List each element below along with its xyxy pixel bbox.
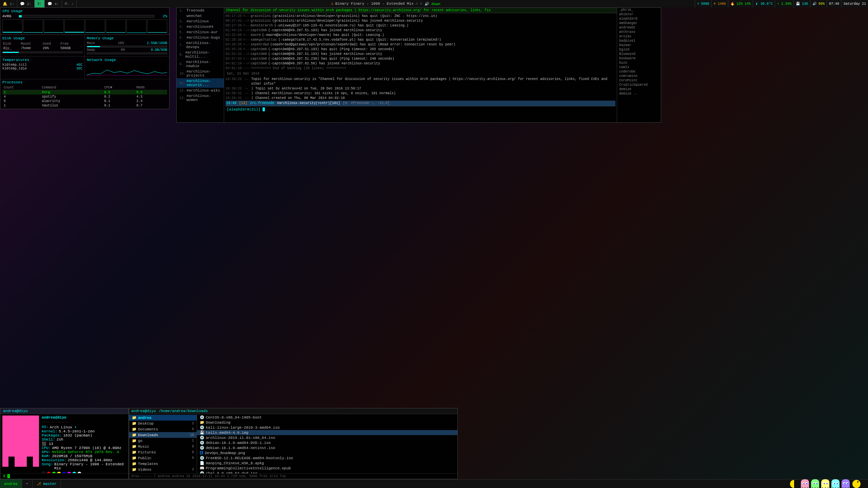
cpu-core-7 bbox=[126, 19, 146, 33]
irc-channel-wiki[interactable]: 12. #archlinux-wiki bbox=[177, 88, 224, 93]
irc-channel-projects[interactable]: 10. #archlinux-projects bbox=[177, 69, 224, 78]
file-devops[interactable]: 🖼 DevOps_Roadmap.png bbox=[197, 450, 457, 455]
cpu-value: 2% bbox=[157, 14, 167, 18]
irc-channel-multilib[interactable]: 8. #archlinux-multil... bbox=[177, 50, 224, 59]
pacman-2-icon bbox=[852, 479, 861, 488]
workspace-8[interactable]: 8: ♪ bbox=[62, 0, 77, 7]
irc-channel-archlinux[interactable]: 3. #archlinux bbox=[177, 19, 224, 24]
sidebar-public[interactable]: 📁 Public 0 bbox=[129, 455, 197, 461]
workspace-4[interactable]: 💬 4: bbox=[45, 0, 62, 7]
proc-mem-3: 2.4 bbox=[135, 99, 167, 103]
nick-comrumino: comrumino bbox=[617, 74, 661, 78]
irc-channel-security[interactable]: 11. #archlinux-securit... bbox=[177, 78, 224, 88]
irc-channel-aur[interactable]: 5. #archlinux-aur bbox=[177, 29, 224, 35]
svg-rect-0 bbox=[87, 63, 167, 77]
file-centos[interactable]: 💿 CentOS-8-x86_64-1905-boot bbox=[197, 415, 457, 420]
irc-channel-list[interactable]: 1. freenode weechat 3. #archlinux 4. #ar… bbox=[177, 8, 224, 122]
nick-amshaegar: AmShaegar bbox=[617, 21, 661, 25]
svg-point-16 bbox=[837, 483, 838, 484]
file-freebsd[interactable]: 💿 FreeBSD-12.1-RELEASE-amd64-bootonly.is… bbox=[197, 455, 457, 461]
sidebar-desktop[interactable]: 📁 Desktop 2 bbox=[129, 421, 197, 426]
stat-date: Saturday 21 bbox=[841, 0, 868, 7]
sidebar-videos[interactable]: 📁 Videos 3 bbox=[129, 467, 197, 472]
proc-row-alacritty: 6 alacritty 0.1 2.4 bbox=[2, 99, 167, 103]
file-icon-freebsd: 💿 bbox=[200, 456, 204, 460]
memory-section: Memory Usage Main 16% 2.5GB/16GB Swap 0%… bbox=[85, 35, 169, 56]
nf-wm-row: ⬛ 13 bbox=[42, 442, 128, 446]
irc-channel-newbie[interactable]: 9. #archlinux-newbie bbox=[177, 59, 224, 69]
nick-cam11: cam11 bbox=[617, 65, 661, 69]
mem-main-bar-wrap bbox=[87, 46, 167, 47]
taskbar-master[interactable]: ⎇ master bbox=[33, 480, 61, 488]
stat-temp: 🌡 36.6°C bbox=[753, 0, 775, 7]
irc-input[interactable]: [alephZer0(Zi)] █ bbox=[225, 106, 615, 113]
workspace-switcher[interactable]: 🔔 1: 💬 2: 3: 💬 4: 8: ♪ bbox=[0, 0, 77, 7]
irc-channel-bugs[interactable]: 6. #archlinux-bugs bbox=[177, 35, 224, 40]
mem-swap-bar-wrap bbox=[87, 53, 167, 54]
file-programming[interactable]: 📖 ProgrammingCollectiveIntelligence.epub bbox=[197, 466, 457, 471]
sidebar-templates[interactable]: 📁 Templates bbox=[129, 461, 197, 467]
sidebar-music[interactable]: 📁 Music 0 bbox=[129, 444, 197, 449]
stat-network: ⬇ 509G bbox=[695, 0, 711, 7]
irc-main-area: Channel for discussion of security issue… bbox=[224, 8, 617, 122]
taskbar: andrea ~ ⎇ master bbox=[0, 479, 868, 488]
nick-bluewind: Bluewind bbox=[617, 52, 661, 56]
proc-count-4: 1 bbox=[2, 103, 41, 108]
file-name-centos: CentOS-8-x86_64-1905-boot bbox=[206, 415, 262, 420]
irc-channel-women[interactable]: 13. #archlinux-women bbox=[177, 93, 224, 103]
ghost-3-icon bbox=[821, 479, 829, 488]
temps-title: Temperatures bbox=[2, 58, 82, 62]
ghost-4-icon bbox=[831, 479, 840, 488]
nf-gpu-key: GPU: bbox=[42, 450, 51, 454]
file-kali[interactable]: 💿 kali-linux-large-2019-3-amd64.iso bbox=[197, 425, 457, 430]
file-name-debian1: debian-18.1.0-amd64-DVD-1.iso bbox=[206, 441, 271, 445]
proc-mem-1: 0.6 bbox=[135, 90, 167, 95]
file-debian2[interactable]: 💿 debian-10.1.0-amd64-netinst.iso bbox=[197, 445, 457, 450]
sidebar-public-count: 0 bbox=[192, 456, 194, 460]
workspace-2[interactable]: 💬 2: bbox=[17, 0, 35, 7]
proc-row-spotify: 4 spotify 0.2 4.3 bbox=[2, 95, 167, 99]
file-downloading[interactable]: 📁 Downloading bbox=[197, 420, 457, 425]
disk-section: Disk Usage Disk Mount Used Free diy_ /ho… bbox=[0, 35, 85, 56]
file-archlinux[interactable]: 💿 archlinux-2019.11.01-x86_64.iso bbox=[197, 435, 457, 440]
disk-mount: /home bbox=[21, 46, 42, 50]
irc-msg-1: 00:17:25 <-- grazzolini (grazzolini!arch… bbox=[225, 14, 615, 19]
irc-channel-weechat[interactable]: weechat bbox=[177, 13, 224, 19]
file-icon-downloading: 📁 bbox=[200, 420, 204, 425]
irc-channel-devops[interactable]: 7. #archlinux-devops bbox=[177, 40, 224, 50]
filemanager-files[interactable]: 💿 CentOS-8-x86_64-1905-boot 📁 Downloadin… bbox=[197, 414, 457, 473]
file-debian1[interactable]: 💿 debian-18.1.0-amd64-DVD-1.iso bbox=[197, 440, 457, 445]
proc-cmd-1: Xorg bbox=[41, 90, 103, 95]
nf-res-val: 868x488 @ 144.00Hz bbox=[68, 458, 113, 462]
file-rhel[interactable]: 💿 rhel-8.0-x86_64-dvd.iso bbox=[197, 471, 457, 473]
folder-icon-music: 📁 bbox=[132, 444, 137, 449]
workspace-1[interactable]: 🔔 1: bbox=[0, 0, 17, 7]
temp-row-2: k10temp_tdie 36C bbox=[2, 67, 82, 70]
file-hanping[interactable]: 📄 Hanping_Chinese_HSK_8.apkg bbox=[197, 461, 457, 466]
nf-cpu-row: CPU: AMD Ryzen 7 2700X (16) @ 4.0GHz bbox=[42, 446, 128, 450]
irc-messages[interactable]: 00:17:25 <-- grazzolini (grazzolini!arch… bbox=[224, 13, 617, 122]
file-tails[interactable]: 💾 tails-amd64-4.0.img bbox=[197, 430, 457, 435]
sidebar-downloads[interactable]: 📁 Downloads 18 bbox=[129, 432, 197, 438]
filemanager-header: andrea@diyu /home/andrea/Downloads bbox=[129, 408, 457, 414]
sidebar-pictures[interactable]: 📁 Pictures 8 bbox=[129, 449, 197, 455]
sidebar-documents-label: Documents bbox=[138, 427, 158, 431]
sidebar-andrea[interactable]: 📁 andrea bbox=[129, 415, 197, 421]
filemanager-window: andrea@diyu /home/andrea/Downloads 📁 and… bbox=[129, 408, 458, 479]
taskbar-andrea[interactable]: andrea bbox=[0, 480, 22, 488]
nick-ahiknsr: ahiknsr bbox=[617, 12, 661, 17]
sidebar-music-label: Music bbox=[138, 445, 149, 449]
proc-col-count: Count bbox=[2, 85, 41, 90]
sidebar-go[interactable]: 📁 go 1 bbox=[129, 438, 197, 444]
pacman-icon bbox=[789, 479, 799, 488]
irc-channel-freenode[interactable]: 1. freenode bbox=[177, 8, 224, 13]
irc-channel-archlinux64[interactable]: 4. #archlinux64 bbox=[177, 24, 224, 29]
taskbar-home[interactable]: ~ bbox=[22, 480, 33, 488]
irc-window: 1. freenode weechat 3. #archlinux 4. #ar… bbox=[176, 7, 661, 123]
irc-msg-14: 19:39:23 -- | Topic set by anthraxx42 on… bbox=[225, 86, 615, 91]
sidebar-documents[interactable]: 📁 Documents 6 bbox=[129, 426, 197, 432]
taskbar-branch-label: master bbox=[43, 482, 57, 486]
neofetch-info: andrea@diyu ------------- OS: Arch Linux… bbox=[41, 414, 129, 473]
filemanager-sidebar[interactable]: 📁 andrea 📁 Desktop 2 📁 Documents 6 📁 Dow… bbox=[129, 414, 197, 473]
workspace-3[interactable]: 3: bbox=[35, 0, 45, 7]
